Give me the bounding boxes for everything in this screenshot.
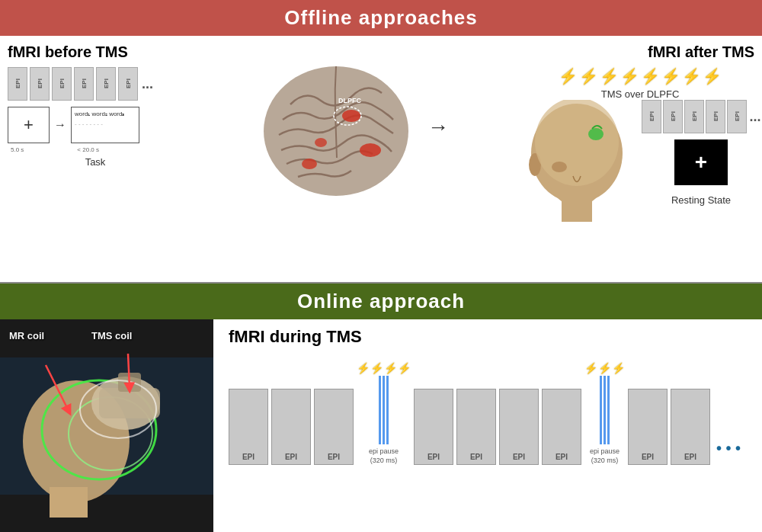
epi-label-8: EPI <box>642 453 654 461</box>
lightning-6: ⚡ <box>661 67 680 85</box>
epi-block-4: EPI <box>74 67 94 101</box>
resting-box: + <box>674 139 728 185</box>
lightning-s3: ⚡ <box>384 362 397 374</box>
tms-burst-2: ⚡ ⚡ ⚡ epi pause(320 ms) <box>584 362 625 465</box>
timing-5s: 5.0 s <box>11 146 24 153</box>
timing-20s: < 20.0 s <box>77 146 99 153</box>
epi-tall-1: EPI <box>229 389 268 465</box>
svg-point-12 <box>588 128 604 140</box>
words-box: word₁ word₂ word₃ - - - - - - - - <box>71 107 139 143</box>
epi-block-1: EPI <box>8 67 27 101</box>
word-line: word₁ word₂ word₃ <box>75 111 124 117</box>
epi-ellipsis-right: ... <box>750 109 761 125</box>
lightning-5: ⚡ <box>641 67 660 85</box>
epi-label-3: EPI <box>328 453 340 461</box>
epi-label-2: EPI <box>285 453 297 461</box>
epi-label-5: EPI <box>470 453 482 461</box>
epi-block-r2: EPI <box>663 100 683 133</box>
epi-label-4: EPI <box>427 453 440 461</box>
photo-svg <box>0 319 213 532</box>
svg-rect-20 <box>99 388 160 418</box>
epi-ellipsis-left: ... <box>142 76 153 92</box>
epi-block-5: EPI <box>96 67 116 101</box>
epi-pause-label-2: epi pause(320 ms) <box>590 447 620 465</box>
epi-timeline-dots: • • • <box>716 440 741 457</box>
right-side-content: EPI EPI EPI EPI EPI ... + Resting State <box>642 100 761 206</box>
tms-blue-lines-2 <box>600 376 610 444</box>
task-arrow: → <box>54 118 66 132</box>
epi-tall-7: EPI <box>542 389 581 465</box>
top-header-text: Offline approaches <box>284 6 478 29</box>
lightning-1: ⚡ <box>559 67 578 85</box>
epi-strip-right: EPI EPI EPI EPI EPI ... <box>642 100 761 133</box>
epi-block-r1: EPI <box>642 100 661 133</box>
blue-line-4 <box>600 376 602 444</box>
epi-pause-label-1: epi pause(320 ms) <box>369 447 399 465</box>
epi-block-r4: EPI <box>706 100 725 133</box>
epi-block-r5: EPI <box>727 100 747 133</box>
epi-strip-left: EPI EPI EPI EPI EPI EPI ... <box>8 67 183 101</box>
lightning-s1: ⚡ <box>357 362 370 374</box>
epi-label-7: EPI <box>555 453 568 461</box>
epi-label-9: EPI <box>684 453 696 461</box>
blue-line-3 <box>386 376 389 444</box>
photo-area: MR coil TMS coil <box>0 319 213 532</box>
tms-top: ⚡ ⚡ ⚡ ⚡ ⚡ ⚡ ⚡ ⚡ <box>526 67 754 85</box>
mr-coil-label: MR coil <box>9 330 44 341</box>
lightning-4: ⚡ <box>620 67 639 85</box>
blue-line-6 <box>607 376 610 444</box>
lightning-3: ⚡ <box>600 67 619 85</box>
svg-rect-9 <box>562 199 592 222</box>
resting-cross: + <box>695 150 707 175</box>
tms-blue-lines-1 <box>379 376 389 444</box>
svg-point-11 <box>552 162 567 172</box>
fixation-cross: + <box>24 115 34 135</box>
fmri-after-title: fMRI after TMS <box>526 43 754 61</box>
epi-block-3: EPI <box>52 67 72 101</box>
tms-section: ⚡ ⚡ ⚡ ⚡ ⚡ ⚡ ⚡ ⚡ TMS over DLPFC <box>526 67 754 222</box>
epi-tall-6: EPI <box>499 389 539 465</box>
epi-block-6: EPI <box>118 67 138 101</box>
brain-svg: DLPFC <box>252 43 420 211</box>
fmri-before-title: fMRI before TMS <box>8 43 183 61</box>
tms-lightning-small-2: ⚡ ⚡ ⚡ <box>584 362 625 374</box>
left-column: fMRI before TMS EPI EPI EPI EPI EPI EPI … <box>8 43 183 168</box>
epi-label-1: EPI <box>242 453 255 461</box>
tms-lightning-small-1: ⚡ ⚡ ⚡ ⚡ <box>357 362 411 374</box>
bottom-section: Online approach <box>0 284 762 532</box>
dashes-line: - - - - - - - - <box>75 120 103 127</box>
lightning-7: ⚡ <box>682 67 701 85</box>
top-header: Offline approaches <box>0 0 762 36</box>
epi-timeline: EPI EPI EPI ⚡ ⚡ ⚡ ⚡ <box>229 362 754 465</box>
tms-coil-label-overlay: TMS coil <box>91 330 132 341</box>
tms-row: EPI EPI EPI EPI EPI ... + Resting State <box>520 100 761 222</box>
dlpfc-text: DLPFC <box>338 97 361 104</box>
bottom-header: Online approach <box>0 284 762 319</box>
lightning-group-1: ⚡ ⚡ ⚡ ⚡ ⚡ ⚡ ⚡ ⚡ <box>559 67 722 85</box>
svg-point-4 <box>315 138 327 147</box>
svg-point-3 <box>302 159 317 169</box>
svg-point-1 <box>342 110 360 122</box>
tms-burst-1: ⚡ ⚡ ⚡ ⚡ epi pause(320 ms) <box>357 362 411 465</box>
epi-tall-2: EPI <box>271 389 311 465</box>
epi-tall-4: EPI <box>414 389 453 465</box>
bottom-header-text: Online approach <box>297 290 465 312</box>
epi-block-r3: EPI <box>684 100 704 133</box>
blue-line-2 <box>383 376 385 444</box>
epi-tall-3: EPI <box>314 389 354 465</box>
fmri-during-title: fMRI during TMS <box>229 327 754 347</box>
tms-label: TMS over DLPFC <box>601 88 680 100</box>
svg-point-10 <box>535 100 619 186</box>
resting-state-label: Resting State <box>671 194 731 206</box>
photo-labels-overlay: MR coil <box>9 330 44 341</box>
brain-container: DLPFC <box>252 43 420 211</box>
task-diagram: + → word₁ word₂ word₃ - - - - - - - - <box>8 107 183 143</box>
lightning-8: ⚡ <box>703 67 722 85</box>
task-label: Task <box>8 156 183 168</box>
lightning-s4: ⚡ <box>398 362 411 374</box>
brain-arrow-area: DLPFC → <box>183 43 526 211</box>
right-diagram: fMRI during TMS EPI EPI EPI ⚡ <box>213 319 762 532</box>
blue-line-5 <box>604 376 606 444</box>
bottom-content: MR coil TMS coil fMRI during TMS EPI EPI <box>0 319 762 532</box>
epi-tall-8: EPI <box>628 389 668 465</box>
